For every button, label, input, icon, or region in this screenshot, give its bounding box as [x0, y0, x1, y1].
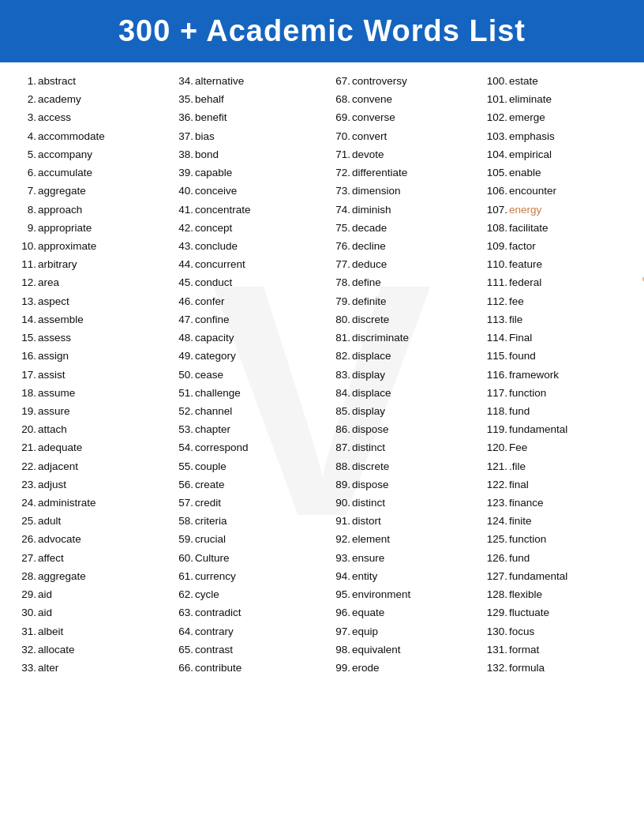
word-text: federal — [509, 273, 541, 291]
list-item: 29.aid — [11, 585, 162, 603]
word-number: 66. — [168, 659, 193, 677]
word-number: 96. — [325, 603, 350, 622]
list-item: 40.conceive — [168, 182, 319, 200]
list-item: 74.diminish — [325, 201, 476, 219]
word-number: 15. — [11, 329, 36, 347]
list-item: 34.alternative — [168, 72, 319, 90]
list-item: 62.cycle — [168, 585, 319, 603]
word-text: erode — [352, 659, 380, 677]
word-text: converse — [352, 108, 395, 126]
word-text: dimension — [352, 182, 401, 200]
word-text: define — [352, 273, 381, 291]
word-text: aggregate — [38, 567, 86, 585]
list-item: 11.arbitrary — [11, 255, 162, 273]
list-item: 21.adequate — [11, 438, 162, 456]
word-text: aspect — [38, 292, 69, 310]
list-item: 30.aid — [11, 603, 162, 622]
word-text: cease — [195, 366, 223, 384]
word-number: 116. — [482, 366, 507, 384]
list-item: 27.affect — [11, 549, 162, 567]
word-number: 54. — [168, 438, 193, 456]
word-text: displace — [352, 384, 391, 402]
word-number: 73. — [325, 182, 350, 200]
word-text: fundamental — [509, 420, 567, 438]
word-number: 70. — [325, 127, 350, 145]
word-text: distort — [352, 512, 381, 530]
word-number: 34. — [168, 72, 193, 90]
word-text: diminish — [352, 201, 391, 219]
page-title: 300 + Academic Words List — [16, 14, 628, 48]
word-text: aid — [38, 603, 52, 622]
list-item: 81.discriminate — [325, 329, 476, 347]
word-text: discrete — [352, 310, 389, 329]
list-item: 129.fluctuate — [482, 603, 633, 622]
list-item: 53.chapter — [168, 420, 319, 438]
word-text: benefit — [195, 108, 227, 126]
word-number: 86. — [325, 420, 350, 438]
word-text: facilitate — [509, 219, 549, 237]
word-number: 25. — [11, 512, 36, 530]
word-text: file — [509, 310, 522, 329]
word-number: 94. — [325, 567, 350, 585]
word-number: 55. — [168, 457, 193, 475]
list-item: 125.function — [482, 530, 633, 548]
word-number: 61. — [168, 567, 193, 585]
word-text: fundamental — [509, 567, 567, 585]
word-number: 62. — [168, 585, 193, 603]
word-text: eliminate — [509, 90, 552, 108]
list-item: 70.convert — [325, 127, 476, 145]
word-number: 26. — [11, 530, 36, 548]
word-number: 89. — [325, 475, 350, 494]
word-text: fund — [509, 549, 530, 567]
list-item: 88.discrete — [325, 457, 476, 475]
word-number: 125. — [482, 530, 507, 548]
list-item: 96.equate — [325, 603, 476, 622]
list-item: 48.capacity — [168, 329, 319, 347]
word-text: environment — [352, 585, 410, 603]
list-item: 101.eliminate — [482, 90, 633, 108]
word-number: 113. — [482, 310, 507, 329]
word-number: 56. — [168, 475, 193, 494]
word-number: 71. — [325, 145, 350, 163]
word-number: 84. — [325, 384, 350, 402]
list-item: 15.assess — [11, 329, 162, 347]
list-item: 123.finance — [482, 494, 633, 512]
list-item: 94.entity — [325, 567, 476, 585]
word-text: concentrate — [195, 201, 251, 219]
word-text: couple — [195, 457, 227, 475]
word-text: assess — [38, 329, 71, 347]
list-item: 89.dispose — [325, 475, 476, 494]
word-text: assign — [38, 347, 69, 365]
list-item: 28.aggregate — [11, 567, 162, 585]
word-text: adjacent — [38, 457, 78, 475]
word-text: devote — [352, 145, 384, 163]
header: 300 + Academic Words List — [0, 0, 644, 62]
word-text: focus — [509, 622, 534, 641]
word-text: fee — [509, 292, 524, 310]
word-text: conduct — [195, 273, 232, 291]
word-number: 50. — [168, 366, 193, 384]
word-number: 44. — [168, 255, 193, 273]
word-number: 30. — [11, 603, 36, 622]
list-item: 106.encounter — [482, 182, 633, 200]
word-number: 69. — [325, 108, 350, 126]
list-item: 108.facilitate — [482, 219, 633, 237]
list-item: 85.display — [325, 402, 476, 420]
list-item: 65.contrast — [168, 641, 319, 659]
list-item: 78.define — [325, 273, 476, 291]
word-text: appropriate — [38, 219, 92, 237]
word-number: 90. — [325, 494, 350, 512]
list-item: 95.environment — [325, 585, 476, 603]
word-number: 13. — [11, 292, 36, 310]
word-number: 1. — [11, 72, 36, 90]
word-number: 37. — [168, 127, 193, 145]
list-item: 121..file — [482, 457, 633, 475]
word-number: 14. — [11, 310, 36, 329]
word-number: 98. — [325, 641, 350, 659]
word-text: Culture — [195, 549, 230, 567]
list-item: 9.appropriate — [11, 219, 162, 237]
list-item: 24.administrate — [11, 494, 162, 512]
list-item: 51.challenge — [168, 384, 319, 402]
list-item: 43.conclude — [168, 237, 319, 255]
word-text: function — [509, 384, 546, 402]
